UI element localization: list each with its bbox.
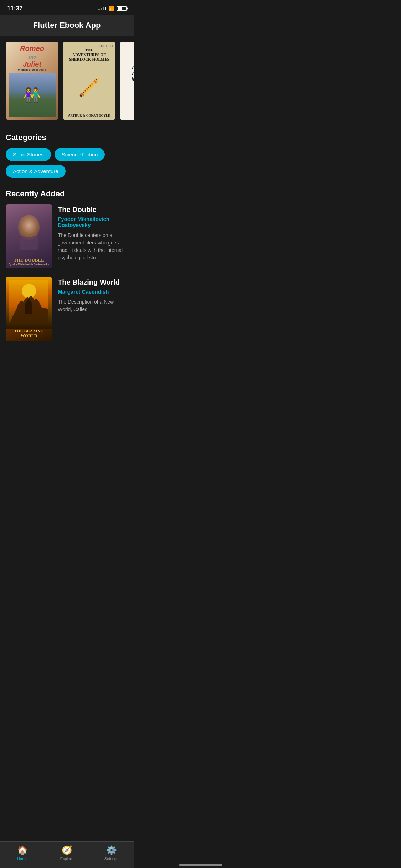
title-blazing-world: The Blazing World	[58, 278, 128, 286]
title-the-double: The Double	[58, 206, 128, 214]
categories-section: Categories Short Stories Science Fiction…	[0, 126, 134, 181]
categories-title: Categories	[6, 133, 128, 142]
category-pills: Short Stories Science Fiction Action & A…	[6, 148, 128, 178]
carousel-book-sherlock[interactable]: FEEDBOO THEADVENTURES OFSHERLOCK HOLMES …	[63, 42, 115, 120]
status-time: 11:37	[7, 5, 22, 12]
cover-the-double: THE DOUBLE Fyodor Mikhailovich Dostoyevs…	[6, 204, 52, 268]
author-blazing-world: Margaret Cavendish	[58, 289, 128, 295]
double-figure	[6, 204, 52, 258]
category-action-adventure[interactable]: Action & Adventure	[6, 165, 66, 178]
thumbnail-the-double: THE DOUBLE Fyodor Mikhailovich Dostoyevs…	[6, 204, 52, 268]
author-the-double: Fyodor Mikhailovich Dostoyevsky	[58, 216, 128, 228]
svg-point-8	[20, 217, 38, 237]
carousel-book-romeo-juliet[interactable]: RomeoandJuliet William Shakespeare 👫	[6, 42, 58, 120]
recently-added-section: Recently Added	[0, 181, 134, 355]
list-item-the-double[interactable]: THE DOUBLE Fyodor Mikhailovich Dostoyevs…	[6, 204, 128, 268]
signal-icon	[98, 7, 106, 10]
cover-alice: 🐱 AliceAdventuresWonderland	[120, 42, 134, 120]
alice-title: AliceAdventuresWonderland	[132, 64, 134, 82]
cover-sherlock: FEEDBOO THEADVENTURES OFSHERLOCK HOLMES …	[63, 42, 115, 120]
description-blazing-world: The Description of a New World, Called	[58, 298, 128, 313]
svg-rect-7	[20, 236, 38, 250]
status-bar: 11:37 📶	[0, 0, 134, 15]
svg-rect-11	[25, 304, 32, 314]
thumbnail-blazing-world: THE BLAZINGWORLD	[6, 277, 52, 341]
carousel-book-alice[interactable]: 🐱 AliceAdventuresWonderland	[120, 42, 134, 120]
blazing-art	[6, 277, 52, 329]
main-content: RomeoandJuliet William Shakespeare 👫 FEE…	[0, 36, 134, 384]
carousel-section: RomeoandJuliet William Shakespeare 👫 FEE…	[0, 36, 134, 126]
info-the-double: The Double Fyodor Mikhailovich Dostoyevs…	[58, 204, 128, 262]
list-item-blazing-world[interactable]: THE BLAZINGWORLD The Blazing World Marga…	[6, 277, 128, 341]
blazing-title-area: THE BLAZINGWORLD	[14, 329, 44, 338]
romeo-cover-image: 👫	[9, 73, 56, 117]
battery-icon	[117, 6, 127, 11]
recently-added-title: Recently Added	[6, 189, 128, 198]
sherlock-publisher: FEEDBOO	[66, 45, 113, 48]
sherlock-title: THEADVENTURES OFSHERLOCK HOLMES	[69, 48, 109, 62]
romeo-title: RomeoandJuliet	[18, 45, 46, 68]
category-short-stories[interactable]: Short Stories	[6, 148, 51, 161]
cover-romeo-juliet: RomeoandJuliet William Shakespeare 👫	[6, 42, 58, 120]
svg-point-10	[22, 284, 36, 298]
app-header: Flutter Ebook App	[0, 15, 134, 36]
cover-blazing-world: THE BLAZINGWORLD	[6, 277, 52, 341]
wifi-icon: 📶	[108, 6, 114, 11]
status-icons: 📶	[98, 6, 127, 11]
double-cover-text: THE DOUBLE Fyodor Mikhailovich Dostoyevs…	[9, 257, 49, 265]
description-the-double: The Double centers on a government clerk…	[58, 232, 128, 262]
sherlock-author: ARTHUR & CONAN DOYLE	[68, 114, 110, 117]
app-title: Flutter Ebook App	[7, 21, 127, 30]
category-science-fiction[interactable]: Science Fiction	[55, 148, 105, 161]
romeo-author: William Shakespeare	[18, 68, 46, 71]
carousel-track: RomeoandJuliet William Shakespeare 👫 FEE…	[0, 42, 134, 120]
sherlock-pipe: 🪈	[78, 62, 100, 114]
info-blazing-world: The Blazing World Margaret Cavendish The…	[58, 277, 128, 313]
